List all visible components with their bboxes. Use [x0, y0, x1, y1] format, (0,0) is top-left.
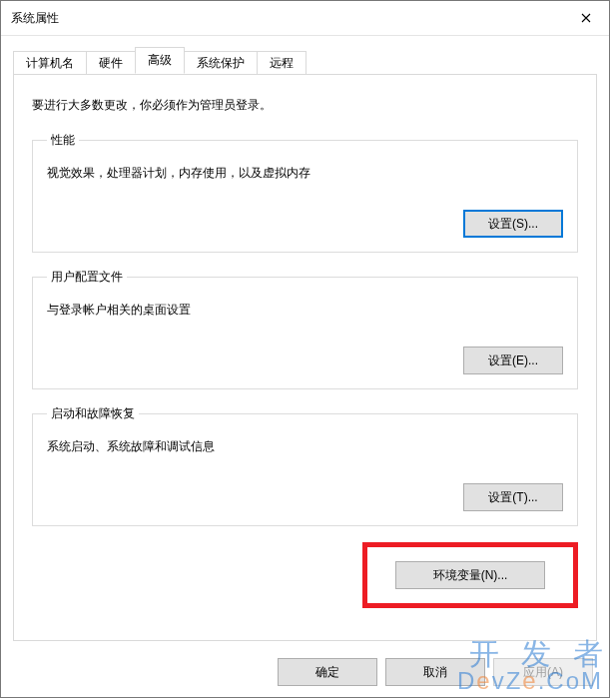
performance-group: 性能 视觉效果，处理器计划，内存使用，以及虚拟内存 设置(S)... [32, 132, 578, 253]
ok-button[interactable]: 确定 [278, 658, 377, 686]
tab-panel: 要进行大多数更改，你必须作为管理员登录。 性能 视觉效果，处理器计划，内存使用，… [13, 74, 597, 641]
client-area: 计算机名 硬件 高级 系统保护 远程 要进行大多数更改，你必须作为管理员登录。 … [1, 36, 609, 697]
tab-label: 硬件 [99, 55, 123, 72]
tab-label: 高级 [148, 52, 172, 69]
tab-label: 系统保护 [197, 55, 245, 72]
tab-advanced[interactable]: 高级 [135, 47, 185, 74]
performance-button-row: 设置(S)... [47, 210, 563, 238]
close-button[interactable] [563, 2, 609, 34]
startup-recovery-legend: 启动和故障恢复 [47, 405, 139, 422]
tab-strip: 计算机名 硬件 高级 系统保护 远程 [13, 50, 597, 74]
apply-button[interactable]: 应用(A) [493, 658, 593, 686]
tab-label: 计算机名 [26, 55, 74, 72]
advanced-panel: 要进行大多数更改，你必须作为管理员登录。 性能 视觉效果，处理器计划，内存使用，… [14, 75, 596, 640]
window-title: 系统属性 [11, 10, 59, 27]
admin-required-text: 要进行大多数更改，你必须作为管理员登录。 [32, 97, 578, 114]
tab-hardware[interactable]: 硬件 [86, 51, 136, 75]
user-profiles-legend: 用户配置文件 [47, 269, 127, 286]
user-profiles-group: 用户配置文件 与登录帐户相关的桌面设置 设置(E)... [32, 269, 578, 389]
cancel-button[interactable]: 取消 [385, 658, 485, 686]
env-vars-row: 环境变量(N)... [32, 542, 578, 608]
user-profiles-settings-button[interactable]: 设置(E)... [463, 347, 563, 374]
system-properties-window: 系统属性 计算机名 硬件 高级 系统保护 远程 要进行大多数更改，你必须作为管理… [0, 0, 610, 698]
performance-settings-button[interactable]: 设置(S)... [463, 210, 563, 238]
tab-computer-name[interactable]: 计算机名 [13, 51, 87, 75]
startup-recovery-group: 启动和故障恢复 系统启动、系统故障和调试信息 设置(T)... [32, 405, 578, 526]
tab-remote[interactable]: 远程 [257, 51, 306, 75]
tab-label: 远程 [270, 55, 294, 72]
startup-recovery-desc: 系统启动、系统故障和调试信息 [47, 438, 563, 455]
titlebar: 系统属性 [1, 1, 609, 36]
performance-legend: 性能 [47, 132, 79, 149]
close-icon [581, 13, 591, 23]
user-profiles-desc: 与登录帐户相关的桌面设置 [47, 302, 563, 319]
dialog-footer: 确定 取消 应用(A) [1, 647, 609, 697]
user-profiles-button-row: 设置(E)... [47, 347, 563, 374]
environment-variables-button[interactable]: 环境变量(N)... [395, 561, 545, 589]
startup-recovery-settings-button[interactable]: 设置(T)... [463, 483, 563, 511]
tab-system-protection[interactable]: 系统保护 [184, 51, 258, 75]
performance-desc: 视觉效果，处理器计划，内存使用，以及虚拟内存 [47, 165, 563, 182]
startup-recovery-button-row: 设置(T)... [47, 483, 563, 511]
env-vars-highlight: 环境变量(N)... [362, 542, 578, 608]
